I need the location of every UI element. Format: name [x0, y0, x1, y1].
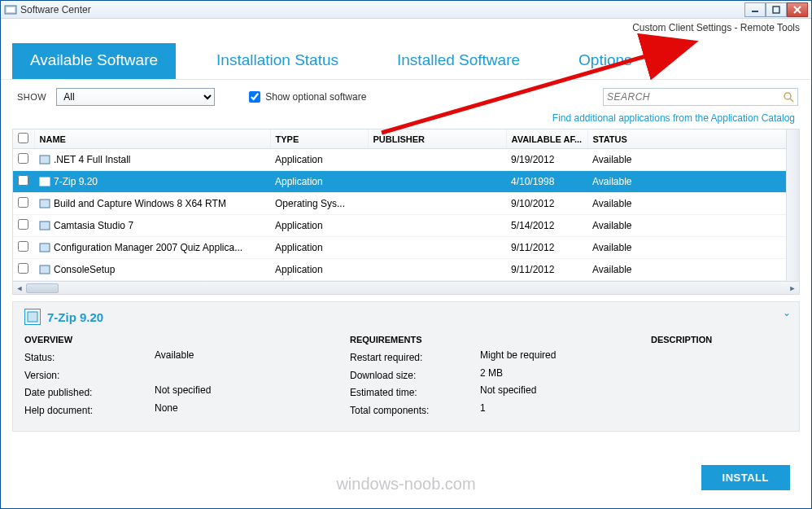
- row-checkbox[interactable]: [18, 175, 28, 186]
- window-title: Software Center: [20, 4, 744, 15]
- app-icon: [4, 3, 17, 16]
- tab-available-software[interactable]: Available Software: [12, 43, 176, 79]
- col-publisher[interactable]: PUBLISHER: [368, 129, 506, 149]
- row-type: Application: [270, 171, 368, 193]
- download-label: Download size:: [350, 367, 480, 385]
- components-value: 1: [480, 402, 486, 420]
- vertical-scrollbar[interactable]: [786, 129, 799, 281]
- maximize-button[interactable]: [766, 2, 787, 17]
- row-available: 4/10/1998: [506, 171, 587, 193]
- tab-installation-status[interactable]: Installation Status: [199, 43, 356, 79]
- search-icon[interactable]: [783, 91, 794, 103]
- row-type: Application: [270, 215, 368, 237]
- app-row-icon: [39, 154, 50, 165]
- svg-rect-10: [40, 200, 50, 208]
- time-label: Estimated time:: [350, 384, 480, 402]
- svg-point-6: [784, 93, 791, 99]
- row-name: 7-Zip 9.20: [54, 176, 98, 187]
- row-available: 5/14/2012: [506, 215, 587, 237]
- app-row-icon: [39, 220, 50, 231]
- table-row[interactable]: .NET 4 Full InstallApplication9/19/2012A…: [13, 149, 799, 171]
- show-optional-checkbox[interactable]: [249, 91, 260, 103]
- table-row[interactable]: 7-Zip 9.20Application4/10/1998Available: [13, 171, 799, 193]
- row-status: Available: [587, 149, 799, 171]
- scroll-right-icon[interactable]: ►: [786, 282, 799, 295]
- row-status: Available: [587, 171, 799, 193]
- svg-line-5: [794, 7, 801, 13]
- table-row[interactable]: Build and Capture Windows 8 X64 RTMOpera…: [13, 193, 799, 215]
- app-details-icon: [24, 309, 41, 325]
- titlebar: Software Center: [1, 1, 811, 19]
- row-available: 9/19/2012: [506, 149, 587, 171]
- row-checkbox[interactable]: [18, 241, 28, 252]
- download-value: 2 MB: [480, 367, 503, 385]
- row-type: Application: [270, 149, 368, 171]
- svg-rect-3: [773, 7, 779, 13]
- row-type: Application: [270, 259, 368, 281]
- help-label: Help document:: [24, 402, 155, 420]
- overview-heading: OVERVIEW: [24, 335, 334, 344]
- svg-line-7: [790, 99, 793, 102]
- filter-row: SHOW All Show optional software: [1, 80, 811, 109]
- app-row-icon: [39, 198, 50, 209]
- app-row-icon: [39, 176, 50, 187]
- svg-rect-12: [40, 244, 50, 252]
- table-row[interactable]: ConsoleSetupApplication9/11/2012Availabl…: [13, 259, 799, 281]
- row-checkbox[interactable]: [18, 153, 28, 164]
- svg-rect-13: [40, 265, 50, 274]
- date-label: Date published:: [24, 384, 155, 402]
- col-type[interactable]: TYPE: [270, 129, 368, 149]
- col-name[interactable]: NAME: [34, 129, 270, 149]
- restart-value: Might be required: [480, 349, 556, 367]
- row-publisher: [368, 171, 506, 193]
- tab-installed-software[interactable]: Installed Software: [379, 43, 538, 79]
- row-checkbox[interactable]: [18, 197, 28, 208]
- install-button[interactable]: INSTALL: [701, 465, 790, 490]
- search-box[interactable]: [603, 88, 798, 106]
- close-button[interactable]: [787, 2, 808, 17]
- restart-label: Restart required:: [350, 349, 480, 367]
- row-publisher: [368, 149, 506, 171]
- svg-rect-8: [40, 156, 50, 164]
- row-name: Configuration Manager 2007 Quiz Applica.…: [54, 242, 242, 253]
- row-checkbox[interactable]: [18, 219, 28, 230]
- org-subtitle: Custom Client Settings - Remote Tools: [1, 19, 811, 35]
- show-label: SHOW: [17, 92, 46, 102]
- row-name: ConsoleSetup: [54, 264, 115, 275]
- details-panel: 7-Zip 9.20 ⌄ OVERVIEW Status:Available V…: [12, 301, 800, 432]
- row-checkbox[interactable]: [18, 263, 28, 274]
- requirements-heading: REQUIREMENTS: [350, 335, 635, 344]
- table-row[interactable]: Camtasia Studio 7Application5/14/2012Ava…: [13, 215, 799, 237]
- row-name: Build and Capture Windows 8 X64 RTM: [54, 198, 226, 209]
- catalog-link[interactable]: Find additional applications from the Ap…: [1, 109, 811, 129]
- help-value: None: [155, 402, 178, 420]
- row-publisher: [368, 259, 506, 281]
- col-status[interactable]: STATUS: [587, 129, 799, 149]
- show-optional-label: Show optional software: [265, 91, 366, 103]
- version-label: Version:: [24, 367, 155, 385]
- collapse-icon[interactable]: ⌄: [783, 307, 791, 318]
- filter-select[interactable]: All: [56, 88, 215, 106]
- scroll-left-icon[interactable]: ◄: [13, 282, 26, 295]
- software-table: NAME TYPE PUBLISHER AVAILABLE AF... STAT…: [12, 129, 800, 295]
- select-all-checkbox[interactable]: [18, 133, 28, 143]
- svg-rect-1: [7, 7, 15, 12]
- row-publisher: [368, 237, 506, 259]
- status-label: Status:: [24, 349, 155, 367]
- description-heading: DESCRIPTION: [651, 335, 788, 344]
- window-controls: [744, 2, 808, 17]
- row-publisher: [368, 193, 506, 215]
- search-input[interactable]: [607, 91, 783, 103]
- watermark: windows-noob.com: [336, 475, 475, 494]
- col-available[interactable]: AVAILABLE AF...: [506, 129, 587, 149]
- horizontal-scrollbar[interactable]: ◄ ►: [13, 281, 799, 294]
- app-row-icon: [39, 264, 50, 275]
- tab-options[interactable]: Options: [561, 43, 649, 79]
- details-title: 7-Zip 9.20: [47, 310, 103, 324]
- table-row[interactable]: Configuration Manager 2007 Quiz Applica.…: [13, 237, 799, 259]
- tab-bar: Available Software Installation Status I…: [1, 40, 811, 79]
- row-status: Available: [587, 237, 799, 259]
- scroll-thumb[interactable]: [26, 283, 59, 293]
- svg-line-4: [794, 7, 801, 13]
- minimize-button[interactable]: [744, 2, 766, 17]
